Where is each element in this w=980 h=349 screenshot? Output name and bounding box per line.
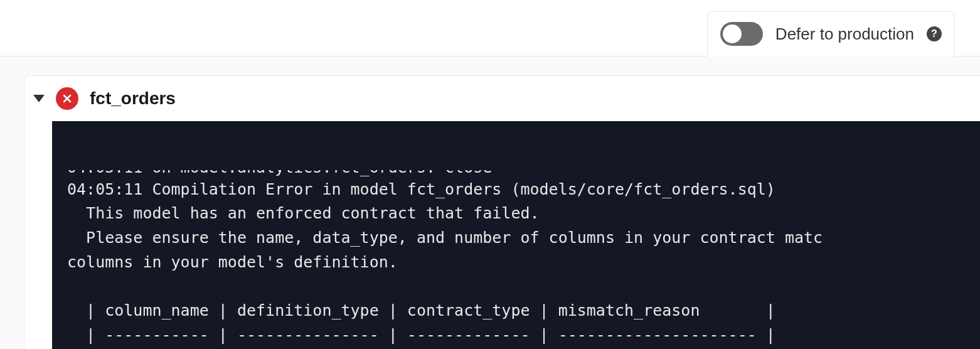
collapse-icon[interactable] [33,95,45,102]
toggle-knob [723,24,742,43]
content-area: fct_orders 04:05:11 on model.analytics.f… [0,56,980,349]
top-bar: Defer to production ? [0,0,980,56]
panel-header: fct_orders [24,76,980,121]
terminal-line: Please ensure the name, data_type, and n… [67,228,823,247]
terminal-line: This model has an enforced contract that… [67,204,540,222]
help-icon[interactable]: ? [927,26,942,41]
defer-label: Defer to production [775,24,914,44]
terminal-line: | column_name | definition_type | contra… [67,301,775,319]
panel-title: fct_orders [90,89,176,109]
error-icon [56,87,78,110]
defer-to-production-container: Defer to production ? [707,11,955,56]
terminal-line: columns in your model's definition. [67,253,398,271]
defer-toggle[interactable] [720,22,763,46]
terminal-line [67,277,86,296]
terminal-output[interactable]: 04:05:11 on model.analytics.fct_orders: … [52,121,980,349]
terminal-line: | ----------- | --------------- | ------… [67,326,775,344]
terminal-line: 04:05:11 Compilation Error in model fct_… [67,180,775,198]
terminal-partial-line: 04:05:11 on model.analytics.fct_orders: … [67,170,965,178]
result-panel: fct_orders 04:05:11 on model.analytics.f… [24,75,980,349]
